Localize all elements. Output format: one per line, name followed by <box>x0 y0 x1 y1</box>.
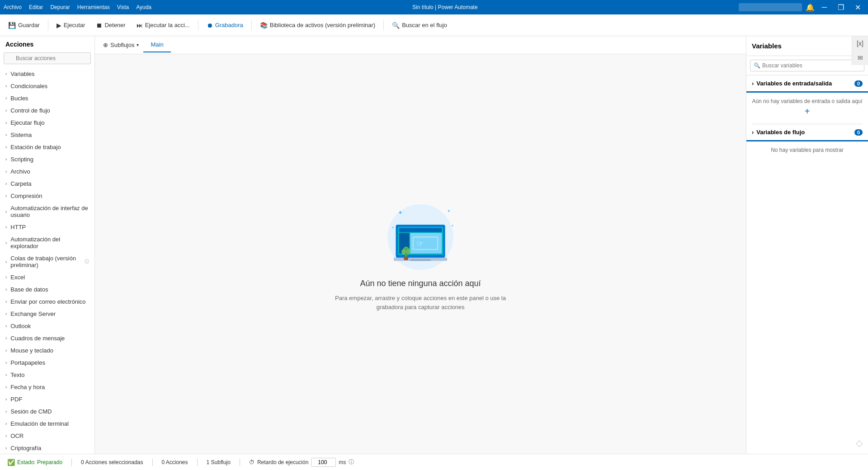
action-item-texto[interactable]: › Texto <box>0 369 94 381</box>
titlebar-search-input[interactable] <box>739 3 802 11</box>
search-variables-input[interactable] <box>750 60 864 71</box>
search-actions-input[interactable] <box>4 52 91 64</box>
icon-strip-btn-1[interactable]: [x] <box>857 40 863 47</box>
menu-archivo[interactable]: Archivo <box>4 4 22 10</box>
action-item-colas-trabajo[interactable]: › Colas de trabajo (versión preliminar) … <box>0 252 94 271</box>
action-item-cuadros-mensaje[interactable]: › Cuadros de mensaje <box>0 332 94 344</box>
action-item-correo[interactable]: › Enviar por correo electrónico <box>0 296 94 308</box>
chevron-icon: › <box>5 421 7 426</box>
action-item-carpeta[interactable]: › Carpeta <box>0 178 94 190</box>
input-output-section: › Variables de entrada/salida 0 Aún no h… <box>746 75 868 124</box>
action-item-control-flujo[interactable]: › Control de flujo <box>0 104 94 117</box>
chevron-icon: › <box>5 225 7 230</box>
action-item-condicionales[interactable]: › Condicionales <box>0 80 94 92</box>
action-item-variables[interactable]: › Variables <box>0 68 94 80</box>
chevron-icon: › <box>5 181 7 186</box>
exec-delay-input[interactable] <box>311 458 336 467</box>
svg-point-16 <box>401 249 406 255</box>
actions-panel: Acciones 🔍 › Variables › Condicionales ›… <box>0 36 95 454</box>
action-item-fecha-hora[interactable]: › Fecha y hora <box>0 381 94 393</box>
toolbar-sep-4 <box>383 20 384 31</box>
chevron-icon: › <box>5 209 7 214</box>
recorder-button[interactable]: ⏺ Grabadora <box>202 19 248 32</box>
menu-herramientas[interactable]: Herramientas <box>77 4 110 10</box>
flow-var-count-badge: 0 <box>854 129 863 136</box>
notifications-icon[interactable]: 🔔 <box>806 3 815 12</box>
chevron-icon: › <box>5 259 7 264</box>
action-item-ejecutar-flujo[interactable]: › Ejecutar flujo <box>0 117 94 129</box>
action-item-scripting[interactable]: › Scripting <box>0 153 94 165</box>
exec-delay-wrapper: ⏱ Retardo de ejecución ms ⓘ <box>249 458 354 467</box>
action-item-bucles[interactable]: › Bucles <box>0 92 94 104</box>
svg-text:☞: ☞ <box>416 239 424 248</box>
action-item-mouse-teclado[interactable]: › Mouse y teclado <box>0 344 94 357</box>
save-button[interactable]: 💾 Guardar <box>4 19 44 32</box>
chevron-icon: › <box>5 299 7 304</box>
action-item-sistema[interactable]: › Sistema <box>0 129 94 141</box>
search-container: 🔍 <box>4 52 91 64</box>
minimize-button[interactable]: ─ <box>818 1 830 13</box>
menu-ayuda[interactable]: Ayuda <box>136 4 151 10</box>
chevron-icon: › <box>5 108 7 113</box>
action-item-estacion[interactable]: › Estación de trabajo <box>0 141 94 153</box>
run-button[interactable]: ▶ Ejecutar <box>52 19 90 32</box>
svg-rect-9 <box>410 233 442 253</box>
status-divider-4 <box>240 459 240 466</box>
status-divider-2 <box>152 459 153 466</box>
window-title: Sin título | Power Automate <box>412 4 478 10</box>
exec-delay-info-icon[interactable]: ⓘ <box>349 458 354 466</box>
var-search-icon: 🔍 <box>754 62 760 69</box>
sub-tabs-bar: ⊕ Subflujos ▾ Main <box>95 36 746 54</box>
save-icon: 💾 <box>8 22 16 29</box>
action-item-excel[interactable]: › Excel <box>0 271 94 283</box>
search-flow-icon: 🔍 <box>392 22 400 29</box>
chevron-icon: › <box>5 433 7 438</box>
action-item-ocr[interactable]: › OCR <box>0 430 94 442</box>
svg-rect-13 <box>410 259 430 261</box>
input-output-header[interactable]: › Variables de entrada/salida 0 <box>746 75 868 91</box>
action-item-outlook[interactable]: › Outlook <box>0 320 94 332</box>
svg-text:✦: ✦ <box>392 226 394 230</box>
icon-strip-btn-2[interactable]: ✉ <box>858 54 863 61</box>
menu-depurar[interactable]: Depurar <box>50 4 70 10</box>
close-button[interactable]: ✕ <box>851 1 864 14</box>
action-item-exchange[interactable]: › Exchange Server <box>0 308 94 320</box>
run-action-button[interactable]: ⏭ Ejecutar la acci... <box>132 19 194 32</box>
action-item-cmd[interactable]: › Sesión de CMD <box>0 405 94 418</box>
action-item-base-datos[interactable]: › Base de datos <box>0 283 94 296</box>
actions-search-wrapper: 🔍 <box>0 51 94 68</box>
chevron-icon: › <box>752 129 754 136</box>
action-item-archivo[interactable]: › Archivo <box>0 165 94 178</box>
toolbar-sep-3 <box>251 20 252 31</box>
chevron-icon: › <box>5 324 7 329</box>
flow-variables-section: › Variables de flujo 0 No hay variables … <box>746 124 868 159</box>
action-item-http[interactable]: › HTTP <box>0 221 94 233</box>
status-divider-3 <box>197 459 198 466</box>
action-item-compresion[interactable]: › Compresión <box>0 190 94 202</box>
chevron-icon: › <box>752 80 754 87</box>
asset-library-button[interactable]: 📚 Biblioteca de activos (versión prelimi… <box>255 19 380 32</box>
action-item-criptografia[interactable]: › Criptografía <box>0 442 94 454</box>
stop-button[interactable]: ⏹ Detener <box>91 19 130 32</box>
subflows-button[interactable]: ⊕ Subflujos ▾ <box>99 39 143 51</box>
chevron-icon: › <box>5 311 7 316</box>
action-item-automatizacion-ui[interactable]: › Automatización de interfaz de usuario <box>0 202 94 221</box>
add-variable-button[interactable]: + <box>752 106 863 117</box>
empty-state: ✦ ✦ ✦ ✦ ☞ <box>330 197 511 311</box>
chevron-icon: › <box>5 132 7 137</box>
action-item-portapapeles[interactable]: › Portapapeles <box>0 357 94 369</box>
status-ready: ✅ Estado: Preparado <box>7 459 62 466</box>
action-item-pdf[interactable]: › PDF <box>0 393 94 405</box>
action-item-automatizacion-explorador[interactable]: › Automatización del explorador <box>0 233 94 252</box>
svg-rect-18 <box>404 257 408 260</box>
action-item-terminal[interactable]: › Emulación de terminal <box>0 418 94 430</box>
input-output-body: Aún no hay variables de entrada o salida… <box>746 93 868 124</box>
menu-editar[interactable]: Editar <box>29 4 43 10</box>
search-flow-button[interactable]: 🔍 Buscar en el flujo <box>387 19 452 32</box>
restore-button[interactable]: ❐ <box>834 1 848 14</box>
flow-variables-header[interactable]: › Variables de flujo 0 <box>746 124 868 140</box>
tab-main[interactable]: Main <box>143 38 170 52</box>
status-bar: ✅ Estado: Preparado 0 Acciones seleccion… <box>0 454 868 470</box>
menu-vista[interactable]: Vista <box>117 4 129 10</box>
actions-count: 0 Acciones <box>162 459 188 465</box>
